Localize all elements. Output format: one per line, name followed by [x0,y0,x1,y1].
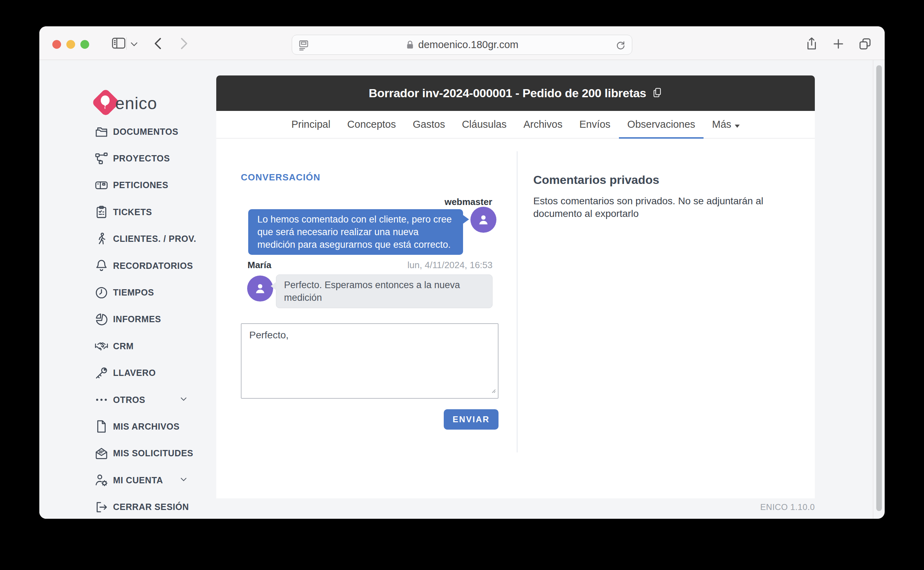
sidebar-item-crm[interactable]: CRM [39,333,216,359]
sidebar-item-proyectos[interactable]: PROYECTOS [39,145,216,172]
resize-grip-icon[interactable] [489,387,496,395]
reload-icon[interactable] [615,40,626,51]
mailbox-icon [94,178,109,193]
tab-envios[interactable]: Envíos [571,111,619,139]
chevron-down-icon [180,477,187,483]
sidebar-nav: DOCUMENTOS PROYECTOS [39,118,216,519]
close-window-button[interactable] [52,40,61,49]
sidebar-item-clientes-prov[interactable]: CLIENTES. / PROV. [39,226,216,252]
tab-observaciones[interactable]: Observaciones [619,111,703,139]
pie-chart-icon [94,312,109,327]
handshake-icon [94,339,109,354]
person-icon [476,212,491,227]
back-button[interactable] [152,37,164,50]
tab-gastos[interactable]: Gastos [405,111,454,139]
observaciones-panel: CONVERSACIÓN webmaster Lo hemos comentad… [216,139,815,498]
clock-icon [94,285,109,300]
conversation-heading: CONVERSACIÓN [241,172,320,183]
open-envelope-icon [94,446,109,461]
tab-conceptos[interactable]: Conceptos [339,111,405,139]
sidebar-item-mis-solicitudes[interactable]: MIS SOLICITUDES [39,440,216,467]
new-tab-icon[interactable] [832,38,845,50]
sidebar-item-tickets[interactable]: TICKETS [39,199,216,225]
tab-principal[interactable]: Principal [283,111,339,139]
copy-icon[interactable] [652,87,662,100]
key-icon [94,366,109,380]
logout-icon [94,500,109,515]
tab-archivos[interactable]: Archivos [515,111,571,139]
file-icon [94,419,109,434]
conversation-section: CONVERSACIÓN webmaster Lo hemos comentad… [241,139,498,498]
send-button[interactable]: ENVIAR [444,409,498,430]
enico-logo-text: enico [115,94,157,113]
clipboard-icon [94,205,109,219]
sidebar-item-cerrar-sesion[interactable]: CERRAR SESIÓN [39,493,216,519]
message-author: webmaster [444,196,492,207]
walking-person-icon [94,231,109,247]
minimize-window-button[interactable] [66,40,75,49]
url-text: demoenico.180gr.com [418,39,518,51]
scrollbar-track [873,60,873,519]
share-icon[interactable] [804,36,819,51]
message-author: María [248,260,271,271]
browser-toolbar: demoenico.180gr.com [39,26,885,60]
app-sidebar: enico DOCUMENTOS [39,60,216,519]
sidebar-item-llavero[interactable]: LLAVERO [39,360,216,386]
chevron-down-icon[interactable] [130,42,138,47]
document-title: Borrador inv-2024-000001 - Pedido de 200… [369,86,646,100]
folder-icon [94,124,109,139]
user-gear-icon [94,473,109,487]
sidebar-item-mis-archivos[interactable]: MIS ARCHIVOS [39,413,216,440]
sidebar-item-informes[interactable]: INFORMES [39,306,216,333]
avatar [247,276,273,302]
private-comments-heading: Comentarios privados [533,173,659,187]
caret-down-icon [735,125,740,128]
toolbar-separator [126,37,127,50]
tab-overview-icon[interactable] [858,37,872,51]
column-divider [517,151,518,452]
message-bubble-outgoing: Lo hemos comentado con el cliente, pero … [248,209,463,255]
document-header: Borrador inv-2024-000001 - Pedido de 200… [216,75,815,111]
document-card: Borrador inv-2024-000001 - Pedido de 200… [216,75,815,498]
zoom-window-button[interactable] [80,40,89,49]
sidebar-item-documentos[interactable]: DOCUMENTOS [39,118,216,145]
message-input[interactable]: Perfecto, [241,323,498,399]
address-bar[interactable]: demoenico.180gr.com [292,35,632,55]
sidebar-item-recordatorios[interactable]: RECORDATORIOS [39,252,216,279]
org-chart-icon [94,151,109,166]
document-tabbar: Principal Conceptos Gastos Cláusulas Arc… [216,111,815,139]
app-version-label: ENICO 1.10.0 [760,502,815,512]
composer-wrap: Perfecto, [241,323,498,399]
chevron-down-icon [180,397,187,403]
forward-button[interactable] [178,37,190,50]
tab-mas[interactable]: Más [703,111,748,139]
sidebar-item-peticiones[interactable]: PETICIONES [39,172,216,199]
sidebar-item-otros[interactable]: OTROS [39,386,216,413]
scrollbar-thumb[interactable] [876,65,882,511]
sidebar-toggle-icon[interactable] [111,37,126,49]
browser-window: demoenico.180gr.com [39,26,885,519]
avatar [470,207,496,233]
sidebar-item-mi-cuenta[interactable]: MI CUENTA [39,467,216,493]
lock-icon [406,40,415,50]
message-timestamp: lun, 4/11/2024, 16:53 [408,260,493,271]
bell-icon [94,258,109,273]
sidebar-item-tiempos[interactable]: TIEMPOS [39,279,216,306]
ellipsis-icon [94,392,109,407]
person-icon [253,281,268,296]
private-comments-body: Estos comentarios son privados. No se ad… [533,195,772,220]
message-bubble-incoming: Perfecto. Esperamos entonces a la nueva … [276,274,493,308]
tab-clausulas[interactable]: Cláusulas [454,111,515,139]
